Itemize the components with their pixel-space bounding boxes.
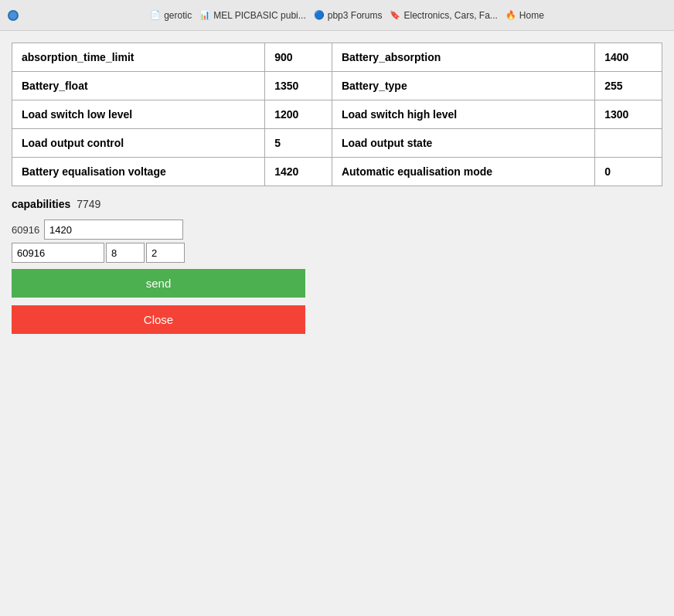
tab-gerotic-icon: 📄 [150,10,161,21]
tab-mel-label: MEL PICBASIC pubi... [213,10,306,21]
cell-left-label-0: absorption_time_limit [12,43,265,72]
data-table: absorption_time_limit900Battery_absorpti… [12,43,662,186]
tab-electronics-label: Electronics, Cars, Fa... [403,10,497,21]
addr1-input[interactable] [44,220,183,240]
cell-left-value-3: 5 [265,129,332,158]
table-row: Battery_float1350Battery_type255 [12,72,662,100]
table-row: Load switch low level1200Load switch hig… [12,100,662,129]
cell-left-value-1: 1350 [265,72,332,100]
tab-mel-icon: 📊 [199,10,210,21]
input-section: 60916 send Close [12,220,305,334]
cell-left-value-0: 900 [265,43,332,72]
input-row-2 [12,243,305,263]
main-content: absorption_time_limit900Battery_absorpti… [0,31,674,345]
close-button[interactable]: Close [12,305,305,334]
tab-mel-picbasic[interactable]: 📊 MEL PICBASIC pubi... [199,10,306,21]
cell-right-value-1: 255 [595,72,662,100]
cell-right-label-0: Battery_absorption [332,43,594,72]
cell-right-label-4: Automatic equalisation mode [332,158,594,186]
cell-left-value-4: 1420 [265,158,332,186]
browser-dot [8,10,19,21]
capabilities-row: capabilities 7749 [12,198,662,210]
tab-electronics-cars[interactable]: 🔖 Electronics, Cars, Fa... [390,10,497,21]
val2-input[interactable] [146,243,185,263]
cell-left-label-4: Battery equalisation voltage [12,158,265,186]
input-row-1: 60916 [12,220,305,240]
tab-pbp3-icon: 🔵 [314,10,325,21]
capabilities-label: capabilities [12,198,70,210]
table-row: Battery equalisation voltage1420Automati… [12,158,662,186]
browser-tabs: 📄 gerotic 📊 MEL PICBASIC pubi... 🔵 pbp3 … [28,10,666,21]
tab-electronics-icon: 🔖 [390,10,400,21]
cell-right-value-0: 1400 [595,43,662,72]
browser-chrome: 📄 gerotic 📊 MEL PICBASIC pubi... 🔵 pbp3 … [0,0,674,31]
cell-left-value-2: 1200 [265,100,332,129]
tab-home-icon: 🔥 [506,10,516,21]
tab-gerotic[interactable]: 📄 gerotic [150,10,192,21]
cell-right-value-4: 0 [595,158,662,186]
cell-left-label-3: Load output control [12,129,265,158]
cell-right-label-3: Load output state [332,129,594,158]
cell-left-label-1: Battery_float [12,72,265,100]
tab-gerotic-label: gerotic [164,10,192,21]
cell-right-label-2: Load switch high level [332,100,594,129]
tab-pbp3-forums[interactable]: 🔵 pbp3 Forums [314,10,383,21]
tab-home-label: Home [519,10,544,21]
val1-input[interactable] [106,243,145,263]
tab-pbp3-label: pbp3 Forums [328,10,383,21]
capabilities-value: 7749 [77,198,100,210]
addr1-label: 60916 [12,224,41,236]
cell-right-value-2: 1300 [595,100,662,129]
table-row: Load output control5Load output state [12,129,662,158]
send-button[interactable]: send [12,269,305,298]
tab-home[interactable]: 🔥 Home [506,10,544,21]
table-row: absorption_time_limit900Battery_absorpti… [12,43,662,72]
cell-right-value-3 [595,129,662,158]
cell-right-label-1: Battery_type [332,72,594,100]
cell-left-label-2: Load switch low level [12,100,265,129]
addr2-input[interactable] [12,243,104,263]
